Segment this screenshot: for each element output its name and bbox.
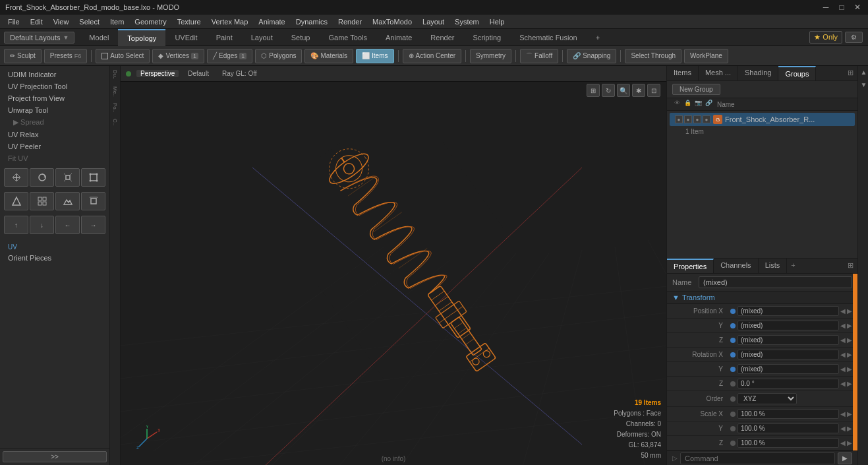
menu-vertexmap[interactable]: Vertex Map <box>206 16 254 27</box>
grid-btn-left[interactable]: ← <box>55 216 80 234</box>
viewport-perspective-label[interactable]: Perspective <box>136 70 179 77</box>
menu-texture[interactable]: Texture <box>172 16 206 27</box>
tab-render[interactable]: Render <box>421 29 463 46</box>
props-position-z-right[interactable]: ▶ <box>847 336 852 344</box>
props-position-z-left[interactable]: ◀ <box>840 336 846 344</box>
snapping-button[interactable]: 🔗 Snapping <box>567 49 616 63</box>
edge-po-button[interactable]: Po.. <box>111 100 119 115</box>
menu-help[interactable]: Help <box>484 16 510 27</box>
props-position-x-input[interactable] <box>738 306 839 316</box>
menu-file[interactable]: File <box>3 16 25 27</box>
props-rotation-x-dot[interactable] <box>730 352 736 357</box>
menu-item[interactable]: Item <box>105 16 129 27</box>
vis-cam-header[interactable]: 📷 <box>693 100 703 109</box>
props-rotation-z-dot[interactable] <box>730 381 736 387</box>
tool-udim-indicator[interactable]: UDIM Indicator <box>3 69 107 80</box>
grid-btn-mountain[interactable] <box>55 192 80 210</box>
tab-scripting[interactable]: Scripting <box>463 29 510 46</box>
tab-paint[interactable]: Paint <box>207 29 242 46</box>
new-group-button[interactable]: New Group <box>672 84 720 95</box>
props-scale-z-right[interactable]: ▶ <box>847 439 852 447</box>
tab-animate[interactable]: Animate <box>376 29 421 46</box>
props-scale-y-input[interactable] <box>738 423 839 433</box>
default-layouts-dropdown[interactable]: Default Layouts ▼ <box>4 32 74 44</box>
grid-btn-up[interactable]: ↑ <box>4 216 28 234</box>
tab-model[interactable]: Model <box>80 29 118 46</box>
tool-project-from-view[interactable]: Project from View <box>3 92 107 104</box>
vis-lock-header[interactable]: 🔒 <box>683 100 692 109</box>
grid-btn-right[interactable]: → <box>81 216 105 234</box>
edge-me-button[interactable]: Me.. <box>111 84 119 100</box>
tab-schematicfusion[interactable]: Schematic Fusion <box>510 29 586 46</box>
workplane-button[interactable]: WorkPlane <box>684 49 728 63</box>
items-button[interactable]: ⬜ Items <box>356 49 393 63</box>
maximize-button[interactable]: □ <box>836 3 847 12</box>
tab-setup[interactable]: Setup <box>282 29 320 46</box>
props-name-input[interactable] <box>699 276 852 288</box>
props-scale-x-right[interactable]: ▶ <box>847 410 852 418</box>
polygons-button[interactable]: ⬡ Polygons <box>255 49 302 63</box>
command-run-button[interactable]: ▶ <box>838 452 852 464</box>
menu-system[interactable]: System <box>449 16 484 27</box>
tab-properties[interactable]: Properties <box>667 259 714 273</box>
tab-topology[interactable]: Topology <box>118 29 165 46</box>
tab-mesh[interactable]: Mesh ... <box>699 66 738 80</box>
presets-button[interactable]: Presets F6 <box>44 49 87 63</box>
vis-link-btn[interactable]: ● <box>703 115 710 123</box>
tool-unwrap[interactable]: Unwrap Tool <box>3 104 107 116</box>
props-position-x-dot[interactable] <box>730 309 736 314</box>
props-position-y-input[interactable] <box>738 321 839 330</box>
falloff-button[interactable]: ⌒ Falloff <box>520 49 558 63</box>
vertices-button[interactable]: ◆ Vertices 1 <box>152 49 204 63</box>
vp-cameras-button[interactable]: ⊞ <box>587 84 600 97</box>
edges-button[interactable]: ╱ Edges 1 <box>207 49 252 63</box>
props-rotation-x-left[interactable]: ◀ <box>840 351 846 358</box>
props-tab-add[interactable]: + <box>787 259 799 273</box>
vp-zoom-button[interactable]: 🔍 <box>617 84 630 97</box>
tab-shading[interactable]: Shading <box>738 66 778 80</box>
grid-btn-transform[interactable] <box>81 168 105 187</box>
grid-btn-cube[interactable] <box>81 192 105 210</box>
minimize-button[interactable]: ─ <box>821 3 831 12</box>
select-through-button[interactable]: Select Through <box>625 49 681 63</box>
rsb-2[interactable]: ▼ <box>858 78 868 91</box>
props-rotation-y-dot[interactable] <box>730 367 736 372</box>
props-position-y-right[interactable]: ▶ <box>847 322 852 329</box>
tool-uv-peeler[interactable]: UV Peeler <box>3 140 107 152</box>
props-position-x-left[interactable]: ◀ <box>840 307 846 315</box>
viewport-raygl-label[interactable]: Ray GL: Off <box>218 70 261 77</box>
menu-edit[interactable]: Edit <box>25 16 48 27</box>
vis-eye-header[interactable]: 👁 <box>672 100 681 109</box>
vis-link-header[interactable]: 🔗 <box>704 100 713 109</box>
tab-add[interactable]: + <box>587 29 609 46</box>
tab-uvedit[interactable]: UVEdit <box>165 29 206 46</box>
props-scale-z-left[interactable]: ◀ <box>840 439 846 447</box>
tool-uv-relax[interactable]: UV Relax <box>3 129 107 140</box>
props-position-y-left[interactable]: ◀ <box>840 322 846 329</box>
sculpt-button[interactable]: ✏ Sculpt <box>4 49 42 63</box>
menu-layout[interactable]: Layout <box>417 16 449 27</box>
command-input[interactable] <box>680 452 835 464</box>
tool-fit-uv[interactable]: Fit UV <box>3 152 107 164</box>
grid-btn-grid[interactable] <box>30 192 54 210</box>
auto-select-button[interactable]: Auto Select <box>96 49 150 63</box>
menu-dynamics[interactable]: Dynamics <box>291 16 333 27</box>
props-position-y-dot[interactable] <box>730 323 736 328</box>
tool-orient-pieces[interactable]: Orient Pieces <box>3 252 107 264</box>
props-scale-z-input[interactable] <box>738 438 839 448</box>
menu-render[interactable]: Render <box>333 16 367 27</box>
props-rotation-x-right[interactable]: ▶ <box>847 351 852 358</box>
props-position-x-right[interactable]: ▶ <box>847 307 852 315</box>
menu-select[interactable]: Select <box>74 16 105 27</box>
grid-btn-move[interactable] <box>4 168 28 187</box>
vp-settings-button[interactable]: ✱ <box>632 84 645 97</box>
tab-items[interactable]: Items <box>667 66 699 80</box>
vis-lock-btn[interactable]: ● <box>684 115 692 123</box>
grid-btn-rotate[interactable] <box>30 168 54 187</box>
vis-eye-btn[interactable]: ● <box>675 115 683 123</box>
props-scale-x-dot[interactable] <box>730 412 736 417</box>
tab-gametools[interactable]: Game Tools <box>319 29 376 46</box>
edge-c-button[interactable]: C.. <box>111 116 119 128</box>
vp-expand-button[interactable]: ⊡ <box>647 84 660 97</box>
props-rotation-z-input[interactable] <box>738 379 839 388</box>
